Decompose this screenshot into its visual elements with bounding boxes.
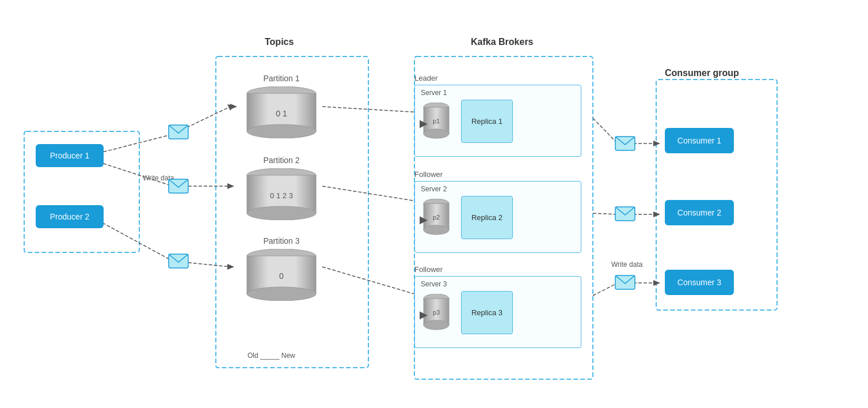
server-2-role: Follower — [414, 170, 581, 179]
partition-footer: Old _____ New — [248, 352, 295, 360]
svg-point-42 — [247, 287, 316, 301]
consumer-3-button[interactable]: Consumer 3 — [665, 270, 734, 295]
partition-1-label: Partition 1 — [263, 74, 299, 83]
partition-2-cylinder-svg: 0 1 2 3 — [239, 168, 324, 220]
partition-3: Partition 3 0 — [239, 236, 324, 301]
svg-line-10 — [93, 218, 173, 261]
svg-line-15 — [322, 186, 420, 202]
svg-line-13 — [322, 107, 420, 112]
svg-point-46 — [424, 129, 449, 138]
mail-icon-5 — [615, 206, 635, 221]
diagram-container: Topics Kafka Brokers Consumer group Prod… — [0, 0, 868, 408]
server-1-section: Leader Server 1 p1 ▶ Replica — [414, 74, 581, 157]
topics-label: Topics — [265, 37, 294, 47]
write-data-right: Write data — [611, 260, 642, 269]
consumer-group-label: Consumer group — [665, 68, 739, 78]
svg-line-7 — [93, 160, 173, 186]
partition-1: Partition 1 0 1 — [239, 74, 324, 138]
svg-line-22 — [593, 213, 618, 214]
mail-icon-6 — [615, 275, 635, 290]
replica-1: Replica 1 — [461, 100, 513, 143]
replica-3: Replica 3 — [461, 291, 513, 334]
svg-marker-6 — [227, 104, 234, 111]
consumer-1-button[interactable]: Consumer 1 — [665, 128, 734, 153]
svg-line-4 — [93, 134, 173, 154]
partition-2: Partition 2 0 1 2 3 — [239, 156, 324, 220]
svg-text:p2: p2 — [433, 214, 440, 221]
producer-2-button[interactable]: Producer 2 — [36, 205, 104, 228]
server-3-section: Follower Server 3 p3 ▶ Replica 3 — [414, 265, 581, 348]
producer-1-button[interactable]: Producer 1 — [36, 144, 104, 167]
svg-point-34 — [247, 124, 316, 138]
kafka-brokers-label: Kafka Brokers — [471, 37, 534, 47]
svg-text:p3: p3 — [433, 309, 440, 316]
server-3-box: Server 3 p3 ▶ Replica 3 — [414, 276, 581, 348]
server-1-name: Server 1 — [421, 89, 447, 97]
svg-marker-12 — [227, 264, 234, 270]
server-2-section: Follower Server 2 p2 ▶ Replica 2 — [414, 170, 581, 253]
svg-text:0 1 2 3: 0 1 2 3 — [270, 191, 293, 200]
svg-line-25 — [593, 283, 618, 296]
svg-marker-27 — [653, 280, 660, 286]
svg-marker-21 — [653, 141, 660, 146]
server-1-role: Leader — [414, 74, 581, 82]
svg-marker-28 — [230, 104, 237, 109]
replica-2: Replica 2 — [461, 196, 513, 239]
partition-2-label: Partition 2 — [263, 156, 299, 165]
server-3-name: Server 3 — [421, 280, 447, 288]
mail-icon-4 — [615, 136, 635, 151]
svg-line-19 — [593, 118, 618, 143]
svg-text:0 1: 0 1 — [276, 109, 287, 118]
svg-text:p1: p1 — [433, 118, 440, 124]
mail-icon-2 — [168, 179, 189, 194]
svg-marker-24 — [653, 211, 660, 217]
svg-line-17 — [322, 267, 420, 296]
partition-3-label: Partition 3 — [263, 236, 299, 245]
server-1-box: Server 1 p1 ▶ Replica 1 — [414, 85, 581, 157]
server-2-box: Server 2 p2 ▶ Replica 2 — [414, 181, 581, 253]
svg-marker-9 — [227, 183, 234, 189]
svg-point-38 — [247, 206, 316, 220]
svg-point-54 — [424, 320, 449, 330]
svg-point-50 — [424, 225, 449, 235]
svg-text:0: 0 — [279, 271, 284, 281]
partition-1-cylinder-svg: 0 1 — [239, 86, 324, 138]
server-3-role: Follower — [414, 265, 581, 274]
server-2-name: Server 2 — [421, 185, 447, 193]
partition-3-cylinder-svg: 0 — [239, 249, 324, 301]
mail-icon-1 — [168, 124, 189, 139]
consumer-2-button[interactable]: Consumer 2 — [665, 200, 734, 225]
mail-icon-3 — [168, 254, 189, 269]
